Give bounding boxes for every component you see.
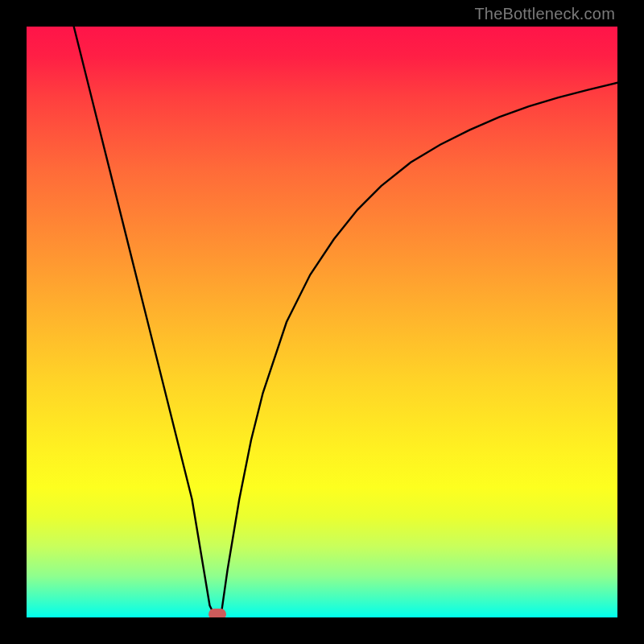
optimal-point-marker bbox=[208, 609, 226, 617]
bottleneck-curve bbox=[74, 27, 617, 617]
chart-frame: TheBottleneck.com bbox=[0, 0, 644, 644]
plot-area bbox=[27, 27, 617, 617]
curve-svg bbox=[27, 27, 617, 617]
watermark-text: TheBottleneck.com bbox=[474, 5, 615, 23]
